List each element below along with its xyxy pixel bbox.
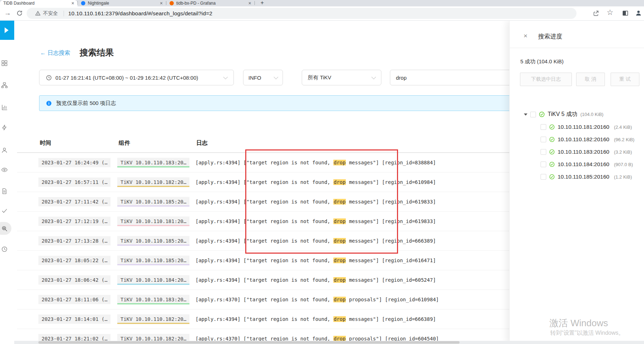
tree-child-size: (96.2 KiB) [614, 137, 634, 142]
horizontal-scrollbar-thumb[interactable] [38, 341, 460, 344]
close-icon[interactable]: × [524, 33, 530, 39]
table-row[interactable]: 2023-01-27 18:11:06 (…TiKV 10.10.110.183… [17, 290, 512, 309]
sidebar-item-cluster-info[interactable] [0, 81, 8, 89]
tab-close-icon[interactable]: × [160, 1, 163, 5]
page-title: 搜索结果 [80, 47, 114, 58]
tree-child-checkbox[interactable] [541, 162, 546, 167]
table-row[interactable]: 2023-01-27 18:06:42 (…TiKV 10.10.110.184… [17, 270, 512, 290]
search-progress-drawer: × 搜索进度 5 成功 (104.0 KiB) 下载选中日志取 消重 试 TiK… [509, 21, 644, 344]
tab-favicon-icon [81, 1, 85, 5]
sidebar-item-checkmark[interactable] [0, 207, 8, 215]
tab-separator [254, 1, 255, 5]
log-time-cell: 2023-01-27 18:14:01 (… [38, 314, 111, 324]
browser-tab-tidb-bx-pd-grafana[interactable]: tidb-bx-PD - Grafana× [166, 0, 254, 6]
time-range-select[interactable]: 01-27 16:21:41 (UTC+08:00) ~ 01-29 16:21… [39, 70, 234, 85]
tab-close-icon[interactable]: × [71, 1, 74, 5]
col-header-log[interactable]: 日志 [196, 139, 208, 147]
download-selected-logs-button[interactable]: 下载选中日志 [520, 73, 572, 86]
tree-child-label: 10.10.110.185:20160 [558, 174, 609, 180]
tree-parent-checkbox[interactable] [530, 112, 536, 117]
chevron-down-icon [274, 75, 278, 79]
tree-child-checkbox[interactable] [541, 174, 546, 180]
col-header-component[interactable]: 组件 [119, 139, 130, 147]
tab-title: TiDB Dashboard [3, 1, 69, 6]
forward-icon[interactable]: → [4, 10, 11, 16]
retry-button[interactable]: 重 试 [611, 73, 639, 86]
log-message-cell: [apply.rs:4370] ["target region is not f… [195, 297, 439, 302]
tree-caret-icon[interactable] [524, 113, 527, 116]
success-check-icon [549, 137, 555, 142]
back-to-log-search-link[interactable]: ← 日志搜索 [40, 49, 70, 57]
sidebar-item-search-logs[interactable] [0, 224, 8, 232]
tree-child-size: (3.2 KiB) [614, 149, 632, 155]
browser-tab-tidb-dashboard[interactable]: TiDB Dashboard× [0, 0, 77, 6]
tree-child-size: (907.0 B) [614, 162, 633, 167]
reload-icon[interactable] [16, 10, 23, 16]
expand-arrow-icon [5, 27, 9, 33]
url-bar[interactable]: 不安全 10.10.110.161:2379/dashboard/#/searc… [27, 8, 576, 19]
instance-value: 所有 TiKV [308, 74, 331, 81]
col-header-time[interactable]: 时间 [40, 139, 51, 147]
sidebar-logo[interactable] [0, 21, 14, 40]
log-time-cell: 2023-01-27 17:11:42 (… [38, 197, 111, 206]
sidebar-item-overview-grid[interactable] [0, 59, 8, 67]
cancel-button[interactable]: 取 消 [576, 73, 605, 86]
tree-child-checkbox[interactable] [541, 137, 546, 142]
keyword-search-input[interactable]: drop [390, 70, 512, 85]
success-check-icon [549, 149, 555, 155]
log-level-select[interactable]: INFO [243, 70, 283, 85]
table-row[interactable]: 2023-01-27 18:05:22 (…TiKV 10.10.110.185… [17, 251, 512, 270]
log-component-cell: TiKV 10.10.110.181:20… [117, 217, 189, 226]
profile-avatar[interactable] [635, 10, 642, 16]
tree-child-row[interactable]: 10.10.110.183:20160(3.2 KiB) [541, 149, 632, 155]
tree-child-checkbox[interactable] [541, 149, 546, 155]
url-separator [64, 11, 64, 16]
share-icon[interactable] [593, 10, 599, 16]
instance-select[interactable]: 所有 TiKV [302, 70, 381, 85]
log-message-cell: [apply.rs:4394] ["target region is not f… [195, 316, 436, 322]
drawer-title: 搜索进度 [538, 32, 562, 41]
tree-child-row[interactable]: 10.10.110.181:20160(2.4 KiB) [541, 124, 632, 130]
tree-child-row[interactable]: 10.10.110.185:20160(1.2 KiB) [541, 174, 632, 180]
success-check-icon [539, 111, 545, 117]
back-arrow-icon: ← [40, 50, 46, 56]
banner-text: 预览仅显示前 500 项日志 [56, 100, 116, 107]
windows-activation-hint: 转到“设置”以激活 Windows。 [550, 329, 624, 337]
security-label: 不安全 [43, 10, 58, 17]
tab-close-icon[interactable]: × [248, 1, 251, 5]
tree-child-checkbox[interactable] [541, 124, 546, 130]
browser-tab-nightingale[interactable]: Nightingale× [78, 0, 166, 6]
log-component-cell: TiKV 10.10.110.182:20… [117, 178, 189, 187]
tree-child-label: 10.10.110.181:20160 [558, 124, 609, 130]
log-component-cell: TiKV 10.10.110.185:20… [117, 256, 189, 265]
security-warning-icon[interactable] [35, 11, 41, 16]
table-row[interactable]: 2023-01-27 18:14:01 (…TiKV 10.10.110.182… [17, 309, 512, 329]
log-component-cell: TiKV 10.10.110.184:20… [117, 275, 189, 285]
side-panel-icon[interactable] [622, 10, 629, 16]
sidebar-item-key-visualizer[interactable] [0, 123, 8, 131]
log-time-cell: 2023-01-27 17:13:28 (… [38, 236, 111, 245]
log-component-cell: TiKV 10.10.110.183:20… [117, 158, 189, 168]
sidebar-item-debug-clock[interactable] [0, 245, 8, 253]
log-time-cell: 2023-01-27 16:24:49 (… [38, 158, 111, 167]
browser-toolbar: → 不安全 10.10.110.161:2379/dashboard/#/sea… [0, 6, 644, 21]
url-text[interactable]: 10.10.110.161:2379/dashboard/#/search_lo… [68, 10, 213, 17]
tree-child-row[interactable]: 10.10.110.184:20160(907.0 B) [541, 161, 633, 168]
sidebar-item-sql-statements[interactable] [0, 146, 8, 154]
log-time-cell: 2023-01-27 18:11:06 (… [38, 295, 111, 304]
log-time-cell: 2023-01-27 17:12:19 (… [38, 217, 111, 226]
chevron-down-icon [371, 75, 376, 79]
tree-child-label: 10.10.110.183:20160 [558, 149, 609, 155]
tree-child-row[interactable]: 10.10.110.182:20160(96.2 KiB) [541, 136, 634, 143]
sidebar-item-system-report[interactable] [0, 187, 8, 195]
tree-parent-row[interactable]: TiKV 5 成功 (104.0 KiB) [524, 111, 603, 118]
sidebar-item-diagnose-eye[interactable] [0, 166, 8, 174]
log-message-cell: [apply.rs:4394] ["target region is not f… [195, 258, 436, 263]
sidebar-item-metrics-chart[interactable] [0, 103, 8, 111]
log-time-cell: 2023-01-27 18:05:22 (… [38, 256, 111, 265]
keyword-highlight: drop [333, 316, 346, 322]
app-sidebar [0, 21, 14, 344]
back-link-label: 日志搜索 [47, 50, 70, 56]
new-tab-button[interactable]: + [261, 0, 264, 6]
bookmark-star-icon[interactable]: ☆ [607, 9, 613, 16]
